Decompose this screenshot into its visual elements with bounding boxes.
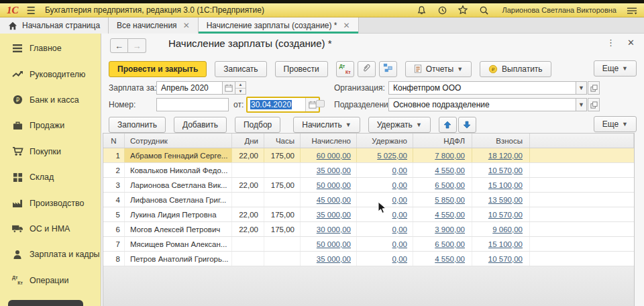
table-row[interactable]: 4Лифанова Светлана Григ...45 000,000,005… [103, 193, 634, 207]
withhold-button[interactable]: Удержать ▼ [368, 117, 431, 133]
table-more-button[interactable]: Еще ▼ [594, 116, 637, 132]
amount-link[interactable]: 10 570,00 [488, 211, 523, 219]
cell-ndfl[interactable]: 3 900,00 [413, 222, 472, 236]
amount-link[interactable]: 0,00 [392, 225, 407, 234]
cell-name[interactable]: Ларионова Светлана Вик... [125, 178, 232, 192]
cell-n[interactable]: 6 [103, 222, 125, 236]
dtkt-postings-button[interactable]: ДтКт [336, 61, 354, 77]
history-icon[interactable] [437, 5, 447, 15]
cell-accrued[interactable]: 35 000,00 [301, 252, 357, 266]
cell-n[interactable]: 3 [103, 178, 125, 192]
cell-accrued[interactable]: 50 000,00 [301, 237, 357, 251]
cell-accrued[interactable]: 45 000,00 [301, 193, 357, 207]
amount-link[interactable]: 35 000,00 [317, 211, 351, 219]
column-header-1[interactable]: Сотрудник [125, 134, 232, 148]
post-button[interactable]: Провести [275, 61, 328, 77]
post-and-close-button[interactable]: Провести и закрыть [109, 61, 207, 77]
accrue-button[interactable]: Начислить ▼ [293, 117, 360, 133]
amount-link[interactable]: 45 000,00 [317, 196, 351, 204]
column-header-6[interactable]: НДФЛ [413, 134, 472, 148]
cell-accrued[interactable]: 35 000,00 [301, 207, 357, 221]
cell-ndfl[interactable]: 4 550,00 [413, 207, 472, 221]
cell-withheld[interactable]: 0,00 [357, 222, 413, 236]
column-header-4[interactable]: Начислено [301, 134, 357, 148]
period-calendar-button[interactable] [222, 81, 235, 95]
table-row[interactable]: 8Петров Анатолий Григорь...35 000,000,00… [103, 252, 634, 266]
amount-link[interactable]: 7 800,00 [435, 152, 465, 160]
form-close-icon[interactable]: ✕ [627, 38, 635, 48]
department-input[interactable]: Основное подразделение [388, 98, 576, 111]
column-header-5[interactable]: Удержано [357, 134, 413, 148]
tab-close-icon[interactable]: ✕ [343, 21, 350, 30]
cell-days[interactable] [232, 252, 264, 266]
amount-link[interactable]: 0,00 [392, 255, 407, 263]
amount-link[interactable]: 35 000,00 [317, 255, 351, 263]
cell-n[interactable]: 5 [103, 207, 125, 221]
table-row[interactable]: 6Могов Алексей Петрович22,00175,0030 000… [103, 222, 634, 237]
period-spinner[interactable]: ▲ ▼ [235, 81, 246, 95]
table-row[interactable]: 7Мясищев Роман Алексан...50 000,000,006 … [103, 237, 634, 252]
salary-period-input[interactable]: Апрель 2020 [156, 81, 223, 95]
cell-n[interactable]: 1 [103, 148, 125, 162]
cell-ndfl[interactable]: 4 550,00 [413, 163, 472, 177]
tab-close-icon[interactable]: ✕ [183, 21, 190, 30]
sidebar-item-2[interactable]: ₽Банк и касса [0, 87, 101, 113]
cell-days[interactable] [232, 193, 264, 207]
amount-link[interactable]: 9 060,00 [492, 225, 523, 234]
sidebar-item-4[interactable]: Покупки [0, 139, 101, 164]
column-header-3[interactable]: Часы [264, 134, 301, 148]
spinner-up-icon[interactable]: ▲ [235, 82, 246, 89]
cell-name[interactable]: Петров Анатолий Григорь... [125, 252, 232, 266]
cell-contributions[interactable]: 10 570,00 [472, 207, 530, 221]
amount-link[interactable]: 5 850,00 [435, 196, 465, 204]
cell-contributions[interactable]: 15 100,00 [472, 237, 530, 251]
cell-hours[interactable]: 175,00 [264, 207, 301, 221]
amount-link[interactable]: 6 500,00 [435, 240, 465, 248]
amount-link[interactable]: 15 100,00 [488, 240, 523, 248]
column-header-0[interactable]: N [103, 134, 125, 148]
cell-name[interactable]: Могов Алексей Петрович [125, 222, 232, 236]
amount-link[interactable]: 18 120,00 [488, 152, 523, 160]
cell-ndfl[interactable]: 7 800,00 [413, 148, 472, 162]
table-row[interactable]: 5Лукина Лидия Петровна22,00175,0035 000,… [103, 207, 634, 222]
cell-withheld[interactable]: 0,00 [357, 163, 413, 177]
cell-days[interactable]: 22,00 [232, 148, 264, 162]
organization-input[interactable]: Конфетпром ООО [388, 81, 576, 95]
cell-withheld[interactable]: 0,00 [357, 178, 413, 192]
toolbar-more-button[interactable]: Еще ▼ [594, 60, 637, 76]
cell-name[interactable]: Абрамов Геннадий Серге... [125, 148, 232, 162]
cell-hours[interactable]: 175,00 [264, 178, 301, 192]
amount-link[interactable]: 10 570,00 [488, 166, 523, 174]
sidebar-item-7[interactable]: ОС и НМА [0, 216, 101, 242]
cell-contributions[interactable]: 18 120,00 [472, 148, 530, 162]
column-header-2[interactable]: Дни [232, 134, 264, 148]
form-menu-icon[interactable]: ⋮ [606, 38, 616, 48]
amount-link[interactable]: 10 570,00 [488, 255, 523, 263]
cell-hours[interactable] [264, 252, 301, 266]
amount-link[interactable]: 30 000,00 [317, 225, 351, 234]
cell-ndfl[interactable]: 4 550,00 [413, 252, 472, 266]
move-row-up-button[interactable] [439, 117, 457, 133]
cell-hours[interactable] [264, 237, 301, 251]
amount-link[interactable]: 4 550,00 [435, 211, 465, 219]
cell-name[interactable]: Лифанова Светлана Григ... [125, 193, 232, 207]
sidebar-item-9[interactable]: ДтКтОперации [0, 268, 101, 293]
notifications-bell-icon[interactable] [416, 5, 427, 15]
amount-link[interactable]: 60 000,00 [317, 152, 351, 160]
amount-link[interactable]: 4 550,00 [435, 255, 465, 263]
cell-days[interactable]: 22,00 [232, 207, 264, 221]
table-row[interactable]: 2Ковальков Николай Федо...35 000,000,004… [103, 163, 634, 178]
cell-hours[interactable]: 175,00 [264, 148, 301, 162]
amount-link[interactable]: 0,00 [392, 196, 407, 204]
reports-button[interactable]: Отчеты ▼ [405, 61, 472, 77]
amount-link[interactable]: 0,00 [392, 166, 407, 174]
search-icon[interactable] [478, 5, 489, 15]
number-input[interactable] [156, 98, 229, 111]
table-row[interactable]: 3Ларионова Светлана Вик...22,00175,0050 … [103, 178, 634, 193]
cell-contributions[interactable]: 15 100,00 [472, 178, 530, 192]
cell-days[interactable]: 22,00 [232, 178, 264, 192]
cell-n[interactable]: 7 [103, 237, 125, 251]
cell-ndfl[interactable]: 6 500,00 [413, 237, 472, 251]
amount-link[interactable]: 3 900,00 [435, 225, 465, 234]
cell-withheld[interactable]: 0,00 [357, 237, 413, 251]
